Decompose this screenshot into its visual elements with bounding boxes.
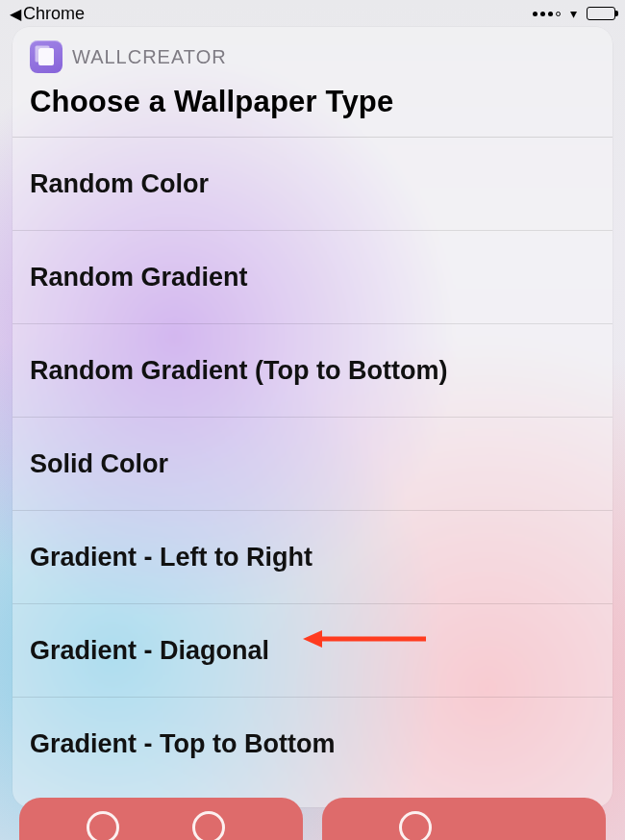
circle-icon [399,811,432,840]
back-to-app-button[interactable]: ◀ Chrome [10,4,85,24]
prompt-card: WALLCREATOR Choose a Wallpaper Type Rand… [12,27,612,807]
status-right-cluster: ▾ [533,6,615,21]
screen: ◀ Chrome ▾ WALLCREATOR Choose a Wallpape… [0,0,625,840]
app-icon [30,40,62,73]
card-header: WALLCREATOR [12,27,612,79]
option-gradient-diagonal[interactable]: Gradient - Diagonal [12,604,612,698]
prompt-title: Choose a Wallpaper Type [12,79,612,138]
option-random-color[interactable]: Random Color [12,138,612,231]
option-solid-color[interactable]: Solid Color [12,418,612,511]
wifi-chevron-icon: ▾ [570,6,577,21]
circle-icon [87,811,119,840]
option-label: Random Color [30,169,209,199]
option-label: Solid Color [30,449,168,479]
bottom-button-left[interactable] [19,798,303,840]
app-icon-glyph [38,48,54,65]
app-name-label: WALLCREATOR [72,46,227,68]
back-to-app-label: Chrome [23,4,85,24]
option-random-gradient[interactable]: Random Gradient [12,231,612,324]
option-label: Gradient - Left to Right [30,543,312,573]
option-label: Random Gradient (Top to Bottom) [30,356,447,386]
battery-icon [587,7,615,20]
cellular-signal-icon [533,12,561,16]
option-label: Gradient - Diagonal [30,636,269,666]
status-bar: ◀ Chrome ▾ [0,0,625,27]
option-label: Gradient - Top to Bottom [30,729,335,759]
option-label: Random Gradient [30,263,248,293]
bottom-button-right[interactable] [322,798,606,840]
circle-icon [192,811,225,840]
option-random-gradient-top-bottom[interactable]: Random Gradient (Top to Bottom) [12,324,612,418]
back-chevron-icon: ◀ [10,5,21,23]
option-gradient-top-bottom[interactable]: Gradient - Top to Bottom [12,698,612,791]
option-gradient-left-right[interactable]: Gradient - Left to Right [12,511,612,604]
